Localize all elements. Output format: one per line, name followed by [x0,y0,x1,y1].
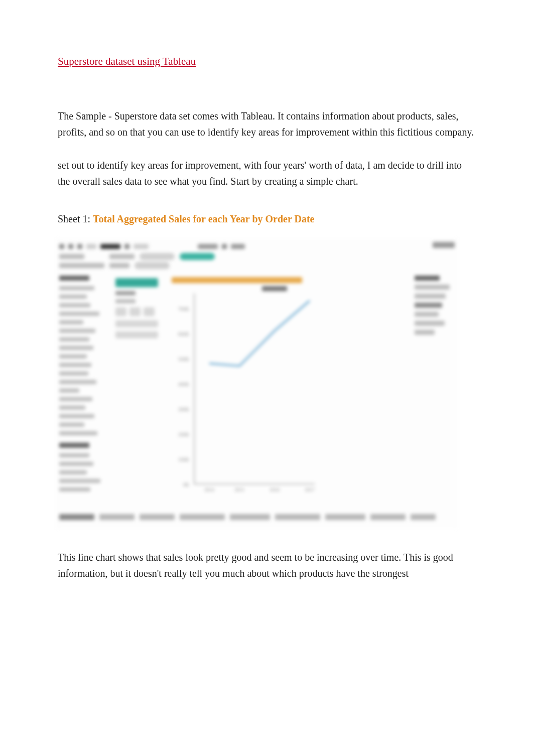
sheet-title: Total Aggregated Sales for each Year by … [93,213,314,224]
sheet-tab [140,514,175,520]
columns-label [109,254,135,259]
data-field [59,380,96,384]
columns-pill-empty [140,253,175,260]
marks-label [115,291,136,295]
intro-paragraph-1: The Sample - Superstore data set comes w… [58,108,475,140]
y-tick: 300K [178,407,190,412]
marks-icons-row [115,307,166,316]
data-field [59,337,89,341]
tableau-toolbar [59,242,455,251]
panel-row [415,285,450,290]
sheet-tab [180,514,225,520]
columns-pill-orderdate [180,253,215,260]
toolbar-icon [134,244,149,249]
marks-card [115,278,166,338]
data-field [59,453,89,457]
marks-sublabel [115,299,136,303]
panel-row [415,312,439,317]
sheet-tab [99,514,135,520]
data-field [59,431,97,435]
panel-row [415,303,442,308]
y-tick: 0K [183,482,190,487]
toolbar-icon [59,244,64,249]
toolbar-icon [77,244,82,249]
data-field [59,354,87,358]
panel-header [415,276,440,281]
y-tick: 600K [178,331,190,337]
toolbar-icon [100,244,120,249]
data-field [59,479,100,483]
y-tick: 200K [178,432,190,437]
toolbar-icon [124,244,129,249]
chart-svg: 0K 100K 200K 300K 400K 500K 600K 700K 20… [174,288,415,499]
size-icon [129,307,141,316]
data-field [59,363,91,367]
tableau-screenshot: 0K 100K 200K 300K 400K 500K 600K 700K 20… [56,238,458,529]
mark-type-dropdown [115,278,158,287]
chart-caption: This line chart shows that sales look pr… [58,549,475,581]
x-tick: 2016 [270,487,280,492]
marks-detail [115,320,158,327]
sheet-prefix: Sheet 1: [58,213,93,224]
data-field [59,389,79,393]
x-tick: 2017 [305,487,315,492]
show-me-panel [415,276,455,335]
data-pane [59,276,109,491]
data-field [59,320,83,324]
sheet-tab [275,514,320,520]
y-tick: 700K [178,306,190,312]
chart-title-bar [172,277,302,283]
data-field [59,286,94,290]
columns-shelf [59,253,455,260]
rows-pill-sales [135,262,170,269]
sheet-tab [370,514,406,520]
pages-label [59,254,84,259]
marks-tooltip [115,331,158,338]
data-field [59,470,87,474]
data-field [59,371,88,375]
show-me-button [433,242,455,248]
toolbar-icon [222,244,227,249]
sheet-tab [230,514,270,520]
rows-shelf [59,262,455,269]
label-icon [144,307,155,316]
y-tick: 400K [178,382,190,387]
toolbar-text [231,244,245,249]
sales-line [209,301,310,366]
toolbar-icon [68,244,73,249]
y-tick: 100K [178,457,190,462]
data-field [59,295,87,299]
sheet-tabs [59,509,455,525]
document-title-link[interactable]: Superstore dataset using Tableau [58,55,475,68]
data-field [59,329,95,333]
measures-header [59,443,89,448]
data-pane-header [59,276,89,281]
sheet-tab [59,514,94,520]
line-chart: 0K 100K 200K 300K 400K 500K 600K 700K 20… [174,288,415,499]
toolbar-text [198,244,218,249]
data-field [59,312,99,316]
sheet-tab [325,514,365,520]
x-tick: 2014 [204,487,214,492]
panel-row [415,321,445,326]
filters-label [59,263,104,268]
data-field [59,462,93,466]
x-tick: 2015 [234,487,244,492]
data-field [59,397,92,401]
panel-row [415,330,435,335]
sheet-tab [411,514,436,520]
data-field [59,346,93,350]
data-field [59,406,85,410]
sheet-heading: Sheet 1: Total Aggregated Sales for each… [58,213,475,225]
data-field [59,303,90,307]
y-tick: 500K [178,356,190,362]
shelves [59,253,455,271]
panel-row [415,294,446,299]
toolbar-icon [86,244,96,249]
data-field [59,487,90,491]
rows-label [109,263,129,268]
data-field [59,423,84,427]
color-icon [115,307,126,316]
intro-paragraph-2: set out to identify key areas for improv… [58,157,475,189]
data-field [59,414,94,418]
